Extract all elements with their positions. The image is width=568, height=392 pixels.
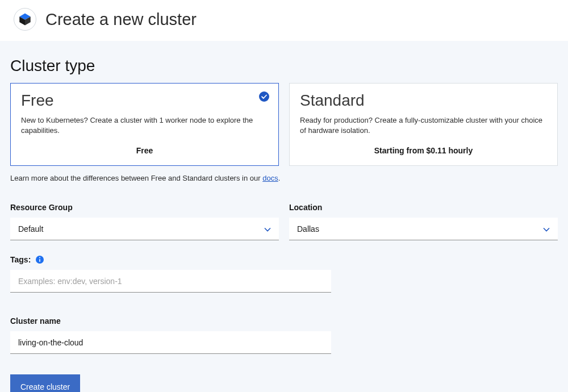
card-price: Starting from $0.11 hourly [300,146,547,155]
cluster-type-heading: Cluster type [10,57,558,75]
chevron-down-icon [264,224,271,234]
tags-label-text: Tags: [10,255,31,264]
svg-rect-5 [40,259,41,262]
learn-more-prefix: Learn more about the differences between… [10,174,262,182]
location-value: Dallas [297,224,543,233]
cluster-type-free-card[interactable]: Free New to Kubernetes? Create a cluster… [10,83,279,166]
cluster-type-cards: Free New to Kubernetes? Create a cluster… [10,83,558,166]
card-title: Standard [300,91,547,110]
cluster-name-input[interactable] [10,331,331,354]
cluster-type-standard-card[interactable]: Standard Ready for production? Create a … [289,83,558,166]
tags-label: Tags: [10,255,331,264]
learn-more-suffix: . [278,174,281,182]
main-content: Cluster type Free New to Kubernetes? Cre… [0,41,568,392]
page-title: Create a new cluster [45,10,197,29]
card-price: Free [21,146,268,155]
card-description: New to Kubernetes? Create a cluster with… [21,115,268,136]
chevron-down-icon [543,224,550,234]
svg-point-6 [39,257,40,258]
tags-input[interactable] [10,270,331,293]
location-field: Location Dallas [289,203,558,240]
resource-group-value: Default [18,224,264,233]
svg-point-3 [259,91,269,102]
cluster-logo-icon [14,8,36,31]
docs-link[interactable]: docs [262,174,278,182]
resource-group-select[interactable]: Default [10,218,279,240]
location-select[interactable]: Dallas [289,218,558,240]
location-label: Location [289,203,558,212]
info-icon[interactable] [35,255,44,264]
create-cluster-button[interactable]: Create cluster [10,374,80,392]
page-header: Create a new cluster [0,0,568,41]
card-title: Free [21,91,268,110]
form-row-group-location: Resource Group Default Location Dallas [10,203,558,240]
learn-more-text: Learn more about the differences between… [10,174,558,182]
resource-group-field: Resource Group Default [10,203,279,240]
cluster-name-field: Cluster name [10,316,331,354]
card-description: Ready for production? Create a fully-cus… [300,115,547,136]
tags-field: Tags: [10,255,331,293]
cluster-name-label: Cluster name [10,316,331,326]
resource-group-label: Resource Group [10,203,279,212]
check-icon [259,91,269,102]
